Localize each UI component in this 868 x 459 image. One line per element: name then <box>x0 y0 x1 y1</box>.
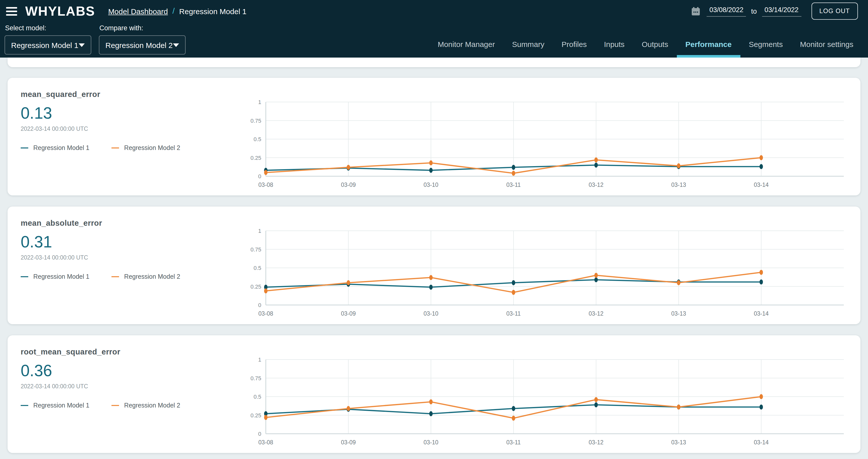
model-select-dropdown[interactable]: Regression Model 1 <box>4 35 91 55</box>
metric-value: 0.36 <box>21 362 243 380</box>
tab-inputs[interactable]: Inputs <box>595 40 633 58</box>
metric-chart: 00.250.50.75103-0803-0903-1003-1103-1203… <box>243 98 848 188</box>
svg-text:1: 1 <box>258 228 261 234</box>
svg-text:0.75: 0.75 <box>250 247 261 253</box>
app-header: WHYLABS Model Dashboard / Regression Mod… <box>0 0 868 58</box>
app-root: WHYLABS Model Dashboard / Regression Mod… <box>0 0 868 459</box>
logout-button[interactable]: LOG OUT <box>811 2 858 20</box>
svg-text:03-14: 03-14 <box>754 181 769 188</box>
svg-text:0.5: 0.5 <box>253 136 261 142</box>
svg-text:03-13: 03-13 <box>671 439 686 446</box>
svg-text:03-10: 03-10 <box>424 439 438 446</box>
metric-card-root-mean-squared-error: root_mean_squared_error 0.36 2022-03-14 … <box>7 335 861 453</box>
svg-text:03-10: 03-10 <box>424 310 438 317</box>
svg-text:0: 0 <box>258 431 261 437</box>
tab-summary[interactable]: Summary <box>503 40 553 58</box>
legend-label: Regression Model 1 <box>33 402 89 409</box>
metric-title: mean_squared_error <box>21 90 243 99</box>
svg-text:0.25: 0.25 <box>250 412 261 419</box>
metric-card-mean-absolute-error: mean_absolute_error 0.31 2022-03-14 00:0… <box>7 206 861 324</box>
metric-title: root_mean_squared_error <box>21 347 243 356</box>
tab-monitor-settings[interactable]: Monitor settings <box>791 40 862 58</box>
breadcrumb-model-dashboard-link[interactable]: Model Dashboard <box>108 7 168 16</box>
legend-label: Regression Model 2 <box>124 273 180 280</box>
tab-profiles[interactable]: Profiles <box>553 40 595 58</box>
main-content: mean_squared_error 0.13 2022-03-14 00:00… <box>0 58 868 453</box>
header-top-row: WHYLABS Model Dashboard / Regression Mod… <box>0 0 868 22</box>
legend-label: Regression Model 2 <box>124 144 180 151</box>
legend-item-model-2: Regression Model 2 <box>112 402 180 409</box>
series1-dash-icon <box>21 405 28 406</box>
nav-tabs: Monitor ManagerSummaryProfilesInputsOutp… <box>429 22 862 58</box>
legend-item-model-2: Regression Model 2 <box>112 273 180 280</box>
svg-text:03-12: 03-12 <box>589 310 603 317</box>
legend-label: Regression Model 2 <box>124 402 180 409</box>
svg-text:03-12: 03-12 <box>589 439 603 446</box>
select-model-group: Select model: Regression Model 1 <box>4 23 91 58</box>
metric-value: 0.31 <box>21 233 243 252</box>
chart-area: 00.250.50.75103-0803-0903-1003-1103-1203… <box>243 227 848 324</box>
svg-text:0.75: 0.75 <box>250 118 261 124</box>
svg-text:03-08: 03-08 <box>258 310 273 317</box>
svg-text:03-09: 03-09 <box>341 310 356 317</box>
menu-icon[interactable] <box>6 7 17 16</box>
select-model-label: Select model: <box>5 24 91 32</box>
header-right-group: 03/08/2022 to 03/14/2022 LOG OUT <box>691 2 858 20</box>
metric-info: mean_squared_error 0.13 2022-03-14 00:00… <box>21 90 243 195</box>
chart-area: 00.250.50.75103-0803-0903-1003-1103-1203… <box>243 356 848 453</box>
tab-segments[interactable]: Segments <box>740 40 791 58</box>
chart-legend: Regression Model 1 Regression Model 2 <box>21 273 243 280</box>
breadcrumb-separator: / <box>168 6 179 16</box>
legend-item-model-1: Regression Model 1 <box>21 402 89 409</box>
series2-dash-icon <box>112 405 119 406</box>
header-bottom-row: Select model: Regression Model 1 Compare… <box>0 22 868 58</box>
svg-text:03-09: 03-09 <box>341 181 356 188</box>
tab-outputs[interactable]: Outputs <box>633 40 677 58</box>
svg-text:0: 0 <box>258 302 261 308</box>
breadcrumb-current: Regression Model 1 <box>179 7 247 16</box>
svg-text:03-13: 03-13 <box>671 181 686 188</box>
svg-text:03-11: 03-11 <box>506 181 521 188</box>
chart-area: 00.250.50.75103-0803-0903-1003-1103-1203… <box>243 98 848 195</box>
series1-dash-icon <box>21 147 28 148</box>
metric-value: 0.13 <box>21 104 243 123</box>
date-start-input[interactable]: 03/08/2022 <box>707 6 746 17</box>
svg-text:03-11: 03-11 <box>506 310 521 317</box>
chevron-down-icon <box>173 43 179 47</box>
series1-dash-icon <box>21 276 28 277</box>
tab-monitor-manager[interactable]: Monitor Manager <box>429 40 504 58</box>
header-left-group: WHYLABS Model Dashboard / Regression Mod… <box>6 3 246 19</box>
model-select-value: Regression Model 1 <box>11 41 79 49</box>
svg-text:0.75: 0.75 <box>250 375 261 381</box>
chart-legend: Regression Model 1 Regression Model 2 <box>21 144 243 151</box>
metric-chart: 00.250.50.75103-0803-0903-1003-1103-1203… <box>243 227 848 317</box>
model-selectors: Select model: Regression Model 1 Compare… <box>4 23 186 58</box>
svg-text:03-08: 03-08 <box>258 181 273 188</box>
calendar-icon[interactable] <box>691 6 701 16</box>
legend-item-model-1: Regression Model 1 <box>21 273 89 280</box>
metric-timestamp: 2022-03-14 00:00:00 UTC <box>21 255 243 261</box>
app-logo: WHYLABS <box>25 3 95 19</box>
metric-card-mean-squared-error: mean_squared_error 0.13 2022-03-14 00:00… <box>7 78 861 195</box>
date-end-input[interactable]: 03/14/2022 <box>762 6 801 17</box>
series2-dash-icon <box>112 276 119 277</box>
metric-chart: 00.250.50.75103-0803-0903-1003-1103-1203… <box>243 356 848 446</box>
legend-item-model-1: Regression Model 1 <box>21 144 89 151</box>
svg-text:03-14: 03-14 <box>754 439 769 446</box>
metric-title: mean_absolute_error <box>21 219 243 228</box>
svg-text:0.5: 0.5 <box>253 265 261 271</box>
metric-info: mean_absolute_error 0.31 2022-03-14 00:0… <box>21 219 243 324</box>
svg-text:03-10: 03-10 <box>424 181 438 188</box>
breadcrumb: Model Dashboard / Regression Model 1 <box>108 6 247 16</box>
compare-select-dropdown[interactable]: Regression Model 2 <box>99 35 186 55</box>
chevron-down-icon <box>79 43 85 47</box>
metric-timestamp: 2022-03-14 00:00:00 UTC <box>21 126 243 132</box>
svg-text:1: 1 <box>258 356 261 363</box>
tab-performance[interactable]: Performance <box>677 40 740 58</box>
svg-text:0: 0 <box>258 173 261 179</box>
series2-dash-icon <box>112 147 119 148</box>
compare-model-group: Compare with: Regression Model 2 <box>99 23 186 58</box>
svg-text:03-09: 03-09 <box>341 439 356 446</box>
svg-text:1: 1 <box>258 99 261 105</box>
svg-text:0.25: 0.25 <box>250 284 261 290</box>
